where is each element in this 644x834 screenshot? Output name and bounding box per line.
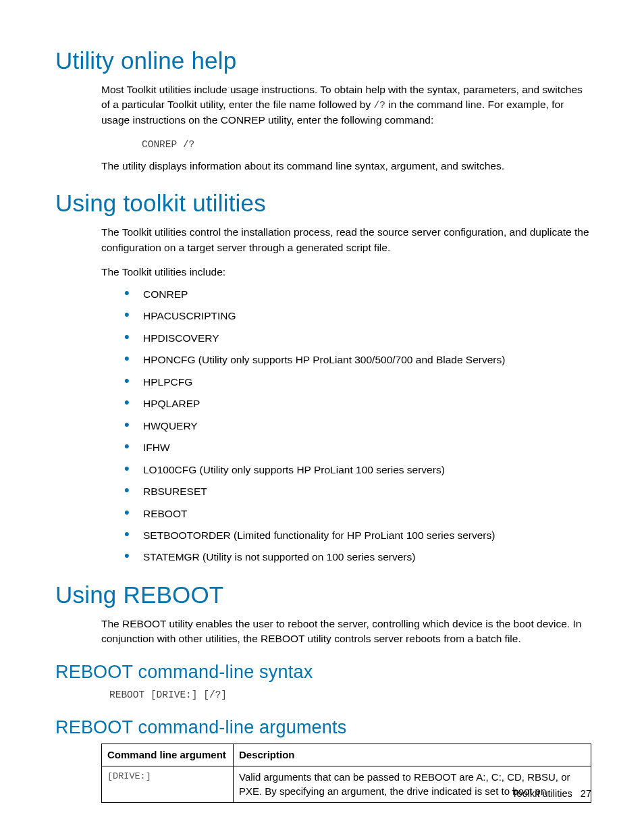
heading-utility-online-help: Utility online help — [55, 47, 591, 74]
list-item: STATEMGR (Utility is not supported on 10… — [124, 550, 591, 565]
heading-using-reboot: Using REBOOT — [55, 581, 591, 608]
list-item: IFHW — [124, 440, 591, 455]
list-item: HWQUERY — [124, 419, 591, 434]
paragraph: The REBOOT utility enables the user to r… — [101, 617, 591, 647]
inline-code: /? — [374, 100, 385, 111]
list-item: LO100CFG (Utility only supports HP ProLi… — [124, 463, 591, 477]
heading-reboot-arguments: REBOOT command-line arguments — [55, 717, 591, 738]
paragraph: Most Toolkit utilities include usage ins… — [101, 82, 591, 128]
utility-list: CONREP HPACUSCRIPTING HPDISCOVERY HPONCF… — [124, 287, 591, 565]
code-block: CONREP /? — [142, 138, 591, 152]
list-item: SETBOOTORDER (Limited functionality for … — [124, 528, 591, 543]
heading-using-toolkit-utilities: Using toolkit utilities — [55, 190, 591, 217]
table-cell-argument: [DRIVE:] — [102, 766, 234, 803]
table-header-cell: Command line argument — [102, 744, 234, 766]
list-item: HPQLAREP — [124, 396, 591, 411]
code-block: REBOOT [DRIVE:] [/?] — [109, 688, 591, 702]
list-item: REBOOT — [124, 506, 591, 521]
page-footer: Toolkit utilities 27 — [512, 788, 591, 799]
page-number: 27 — [581, 788, 591, 799]
table-header-cell: Description — [234, 744, 591, 766]
section-body-utility-online-help: Most Toolkit utilities include usage ins… — [101, 82, 591, 174]
list-item: HPDISCOVERY — [124, 331, 591, 346]
section-body-using-reboot: The REBOOT utility enables the user to r… — [101, 617, 591, 647]
footer-label: Toolkit utilities — [512, 788, 572, 799]
table-header-row: Command line argument Description — [102, 744, 591, 766]
list-item: CONREP — [124, 287, 591, 302]
list-item: HPONCFG (Utility only supports HP ProLia… — [124, 353, 591, 367]
list-item: RBSURESET — [124, 484, 591, 499]
heading-reboot-syntax: REBOOT command-line syntax — [55, 662, 591, 683]
paragraph: The Toolkit utilities control the instal… — [101, 225, 591, 255]
section-body-using-toolkit: The Toolkit utilities control the instal… — [101, 225, 591, 565]
paragraph: The utility displays information about i… — [101, 159, 591, 174]
section-body-reboot-syntax: REBOOT [DRIVE:] [/?] — [101, 688, 591, 702]
list-item: HPLPCFG — [124, 375, 591, 390]
list-item: HPACUSCRIPTING — [124, 309, 591, 323]
paragraph: The Toolkit utilities include: — [101, 265, 591, 280]
